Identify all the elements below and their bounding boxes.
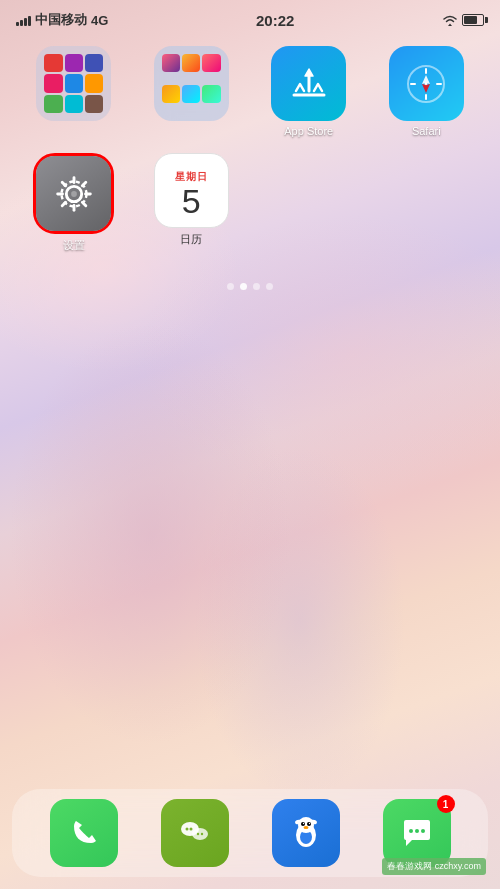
calendar-date: 5 — [182, 184, 201, 218]
wechat-icon — [161, 799, 229, 867]
app-folder1[interactable] — [20, 46, 128, 137]
page-dot-4 — [266, 283, 273, 290]
folder1-icon — [36, 46, 111, 121]
app-settings[interactable]: 设置 — [20, 153, 128, 253]
phone-svg-icon — [66, 815, 102, 851]
svg-point-37 — [409, 829, 413, 833]
message-badge: 1 — [437, 795, 455, 813]
app-appstore[interactable]: App Store — [255, 46, 363, 137]
svg-point-22 — [185, 828, 188, 831]
status-icons — [442, 14, 484, 26]
app-grid: App Store Safari — [0, 36, 500, 263]
svg-point-31 — [307, 822, 311, 826]
svg-point-26 — [200, 833, 202, 835]
svg-marker-8 — [422, 75, 430, 84]
svg-point-33 — [308, 823, 309, 824]
safari-label: Safari — [412, 125, 441, 137]
app-safari[interactable]: Safari — [373, 46, 481, 137]
page-dot-2 — [240, 283, 247, 290]
wechat-svg-icon — [174, 812, 216, 854]
svg-marker-9 — [422, 84, 430, 93]
svg-point-29 — [298, 817, 314, 833]
svg-point-39 — [421, 829, 425, 833]
appstore-icon — [271, 46, 346, 121]
watermark: 春春游戏网 czchxy.com — [382, 858, 486, 875]
page-dots — [0, 283, 500, 290]
dock-wechat[interactable] — [161, 799, 229, 867]
svg-point-24 — [192, 828, 208, 840]
svg-point-11 — [71, 191, 77, 197]
svg-point-38 — [415, 829, 419, 833]
folder2-icon — [154, 46, 229, 121]
gear-svg-icon — [50, 170, 98, 218]
compass-svg-icon — [403, 61, 449, 107]
settings-label: 设置 — [63, 238, 85, 253]
appstore-label: App Store — [284, 125, 333, 137]
svg-point-25 — [196, 833, 198, 835]
app-calendar[interactable]: 星期日 5 日历 — [138, 153, 246, 253]
phone-icon — [50, 799, 118, 867]
svg-point-30 — [301, 822, 305, 826]
battery-icon — [462, 14, 484, 26]
page-dot-3 — [253, 283, 260, 290]
calendar-icon: 星期日 5 — [154, 153, 229, 228]
dock-phone[interactable] — [50, 799, 118, 867]
wifi-icon — [442, 14, 458, 26]
status-carrier: 中国移动 4G — [16, 11, 108, 29]
dock-message[interactable]: 1 — [383, 799, 451, 867]
calendar-label: 日历 — [180, 232, 202, 247]
safari-icon — [389, 46, 464, 121]
appstore-svg-icon — [286, 61, 332, 107]
signal-icon — [16, 14, 31, 26]
status-bar: 中国移动 4G 20:22 — [0, 0, 500, 36]
qq-svg-icon — [286, 813, 326, 853]
page-dot-1 — [227, 283, 234, 290]
app-folder2[interactable] — [138, 46, 246, 137]
dock-qq[interactable] — [272, 799, 340, 867]
svg-point-23 — [189, 828, 192, 831]
svg-point-34 — [303, 826, 308, 829]
svg-point-32 — [302, 823, 303, 824]
settings-icon — [36, 156, 111, 231]
message-svg-icon — [398, 814, 436, 852]
qq-icon — [272, 799, 340, 867]
status-time: 20:22 — [256, 12, 294, 29]
